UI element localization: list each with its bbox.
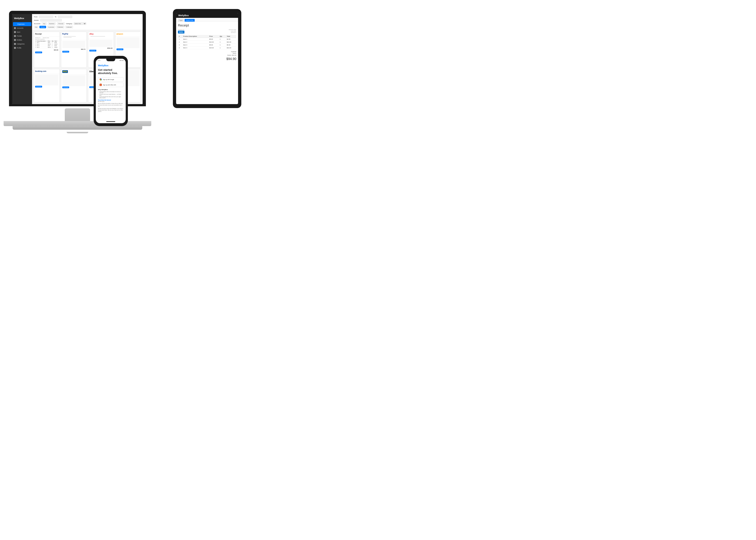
type-any-btn[interactable]: Any: [42, 22, 47, 25]
status-published-btn[interactable]: Published: [56, 26, 64, 28]
receipt-total-1: $94.90: [35, 49, 59, 51]
phone-signal: ●●● WiFi: [119, 60, 124, 61]
receipt-total-paypal: $92.74: [62, 48, 85, 51]
subtotal-label: Subtotal: [178, 51, 236, 53]
tablet-grand-total: $94.90: [178, 57, 236, 61]
status-any-btn[interactable]: Any: [34, 26, 39, 28]
receipt-card-ikea: IKEA Download: [61, 69, 87, 102]
phone-why-title: Why WellyBox: [98, 89, 124, 90]
phone-trust-title: Trust Must Be Earned: [98, 99, 124, 101]
phone-notch: [106, 59, 115, 61]
receipt-total-ebay: $592.28: [89, 47, 113, 49]
download-btn-paypal[interactable]: Download: [62, 51, 69, 53]
phone-trust-subtitle: But will come.: [98, 101, 124, 102]
accounts-icon: [14, 27, 16, 29]
tablet-vendor-logo: Walm: [178, 31, 185, 34]
download-btn-booking[interactable]: Download: [35, 86, 42, 87]
office-signup-btn[interactable]: W Sign Up with Office 365: [98, 83, 124, 87]
category-label: Category: [66, 23, 72, 25]
col-total: Total: [226, 35, 236, 38]
sync-icon: [14, 31, 16, 33]
download-btn-amazon[interactable]: Download: [116, 49, 124, 50]
phone-bullet-2: Connect all of your email inboxes — no l…: [98, 94, 124, 96]
profile-icon: [14, 47, 16, 49]
col-num: #: [178, 35, 182, 38]
tablet-logo: WellyBox: [178, 14, 189, 17]
laptop-notch: [66, 132, 88, 133]
category-select[interactable]: Select One: [74, 22, 86, 25]
download-btn-1[interactable]: Download: [35, 52, 42, 53]
google-signup-btn[interactable]: Sign up with Google: [98, 77, 124, 81]
categories-icon: [14, 43, 16, 45]
taxes-label: Taxes: [178, 53, 236, 54]
sidebar-item-expenses[interactable]: Expenses: [13, 22, 31, 26]
accounts-label: Accounts: [34, 23, 40, 25]
phone-headline: Get started absolutely free.: [98, 68, 124, 75]
sidebar-item-accounts[interactable]: Accounts: [12, 26, 32, 30]
tablet-tab-type[interactable]: Type: [178, 19, 184, 22]
tablet-screen: WellyBox Type Select One Receipt INVOICE…: [176, 13, 238, 104]
tablet-tab-select[interactable]: Select One: [185, 19, 195, 22]
tablet-due-date-label: DUE DATE: [229, 31, 236, 32]
entities-icon: [14, 39, 16, 41]
portals-icon: [14, 35, 16, 37]
col-price: Price: [208, 35, 219, 38]
from-label: From: [34, 16, 38, 18]
app-sidebar: WellyBox Expenses Accounts Sync Portals: [12, 14, 32, 104]
phone-content: WellyBox Get started absolutely free. Si…: [96, 62, 126, 120]
sidebar-item-portals[interactable]: Portals: [12, 34, 32, 38]
status-inprocess-btn[interactable]: In process: [47, 26, 55, 28]
sidebar-item-profile[interactable]: Profile: [12, 46, 32, 50]
status-irrelevant-btn[interactable]: Irrelevant: [65, 26, 73, 28]
phone-screen: 10:10 ●●● WiFi WellyBox Get started abso…: [96, 59, 126, 123]
table-row: 1Item 1$5.001$4.90: [178, 38, 236, 41]
phone-bullet-1: Automatically collect all receipts & inv…: [98, 91, 124, 93]
receipt-logo-booking: booking.com: [35, 70, 59, 72]
receipt-card-receipt: Receipt INVOICE TO INVOICE DATE DUE DATE…: [34, 32, 60, 68]
tablet-invoice-date-label: INVOICE DATE: [229, 29, 236, 30]
phone-device: 10:10 ●●● WiFi WellyBox Get started abso…: [94, 56, 128, 126]
tablet-subtotal-area: Subtotal Taxes Notes: $94.90: [178, 51, 236, 56]
laptop-device: WellyBox Expenses Accounts Sync Portals: [4, 11, 151, 133]
tablet-receipt-area: Receipt INVOICE TO Walm INVOICE DATE DUE…: [176, 22, 238, 104]
to-input[interactable]: [58, 16, 72, 18]
status-review-btn[interactable]: Review: [40, 26, 46, 28]
google-icon: [100, 78, 102, 80]
download-btn-ikea[interactable]: Download: [62, 86, 69, 88]
tablet-outer: WellyBox Type Select One Receipt INVOICE…: [173, 9, 241, 108]
download-btn-ebay[interactable]: Download: [89, 50, 96, 52]
receipt-logo-paypal: PayPal: [62, 33, 85, 35]
phone-outer: 10:10 ●●● WiFi WellyBox Get started abso…: [94, 56, 128, 126]
phone-brand: WellyBox: [98, 64, 124, 67]
table-row: 2Item 2$10.001$10.00: [178, 41, 236, 44]
tablet-receipt-title: Receipt: [178, 24, 236, 27]
receipt-logo-ikea: IKEA: [62, 70, 68, 73]
laptop-base: [4, 121, 151, 126]
from-input[interactable]: [39, 16, 53, 18]
type-business-btn[interactable]: Business: [48, 22, 56, 25]
phone-bullet-3: Track all expenses that come from your a…: [98, 96, 124, 98]
col-qty: Qty: [219, 35, 226, 38]
tablet-header: WellyBox: [176, 13, 238, 18]
receipt-card-booking: booking.com Download: [34, 69, 60, 102]
table-row: 4Item 4$15.001$10.00: [178, 47, 236, 49]
tablet-receipt-table: # Product Description Price Qty Total 1I…: [178, 35, 236, 49]
tablet-device: WellyBox Type Select One Receipt INVOICE…: [173, 9, 241, 108]
phone-home-bar: [106, 121, 115, 122]
laptop-foot: [13, 126, 142, 130]
app-logo: WellyBox: [12, 17, 32, 22]
phone-trust-body1: We use 256-bit encryption to keep all yo…: [98, 103, 124, 107]
tablet-invoice-num-label: INVOICE #: [229, 32, 236, 33]
sidebar-item-categories[interactable]: Categories: [12, 42, 32, 46]
to-label: To: [55, 16, 57, 18]
sidebar-item-entities[interactable]: Entities: [12, 38, 32, 42]
expenses-icon: [15, 23, 17, 25]
tablet-invoice-to-label: INVOICE TO: [178, 29, 185, 30]
vendor-label: Vendor: [34, 20, 39, 21]
office-icon: W: [100, 84, 102, 86]
sidebar-item-sync[interactable]: Sync: [12, 30, 32, 34]
col-desc: Product Description: [182, 35, 208, 38]
vendor-input[interactable]: [40, 19, 62, 21]
tablet-content: Type Select One Receipt INVOICE TO Walm …: [176, 18, 238, 104]
type-personal-btn[interactable]: Personal: [57, 22, 64, 25]
